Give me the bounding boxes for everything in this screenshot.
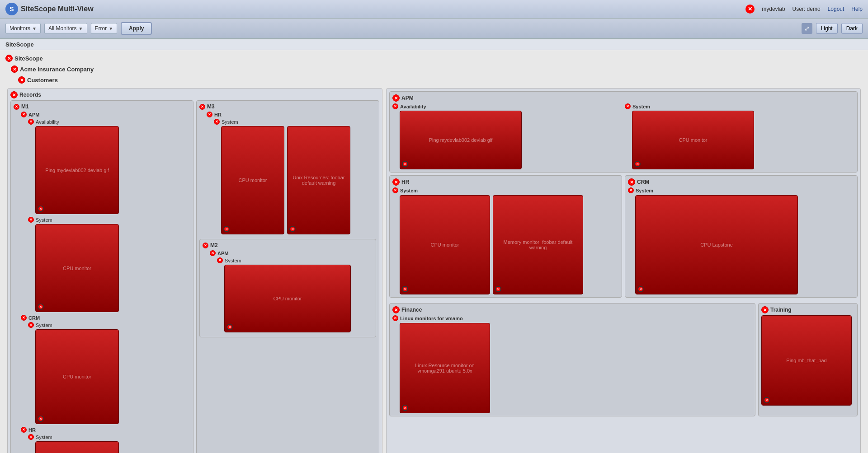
error-status-icon: ✕ (745, 5, 755, 14)
apm-availability-col: ✕ Availability Ping mydevlab002 devlab g… (392, 103, 622, 169)
m1-hr-label: HR (28, 427, 36, 433)
error-icon-r-hr: ✕ (392, 178, 400, 186)
monitors-dropdown[interactable]: Monitors ▼ (5, 23, 41, 34)
r-training-cards: Ping mb_that_pad ✕ (761, 315, 854, 406)
breadcrumb-title: SiteScope (5, 41, 34, 48)
logo-icon: S (5, 3, 18, 15)
close-icon-ping-r[interactable]: ✕ (402, 161, 408, 167)
card-unix-m3[interactable]: Unix Resources: foobar default warning ✕ (287, 126, 350, 234)
m1-crm-cards: CPU monitor ✕ (35, 329, 190, 424)
error-icon-records: ✕ (10, 91, 18, 98)
chevron-down-icon-2: ▼ (79, 26, 83, 31)
m1-section: ✕ M1 ✕ APM ✕ Availability (10, 100, 193, 453)
close-icon-ping-mb[interactable]: ✕ (764, 397, 770, 403)
help-link[interactable]: Help (851, 6, 863, 12)
acme-tree-item[interactable]: ✕ Acme Insurance Company (4, 65, 864, 74)
error-icon-m2-sys: ✕ (217, 257, 223, 263)
close-icon-cpu-r-hr[interactable]: ✕ (402, 286, 408, 292)
close-icon-cpu-m1[interactable]: ✕ (38, 304, 44, 310)
card-cpu-m3-hr[interactable]: CPU monitor ✕ (221, 126, 284, 234)
r-apm-sys-title: ✕ System (625, 103, 854, 109)
light-theme-button[interactable]: Light (816, 23, 838, 34)
records-section-title: ✕ Records (10, 91, 379, 98)
card-linux-resource[interactable]: Linux Resource monitor on vmomga291 ubun… (400, 323, 490, 413)
apm-sub-row: ✕ Availability Ping mydevlab002 devlab g… (392, 103, 854, 169)
close-icon-cpu-m3-hr[interactable]: ✕ (223, 226, 230, 232)
apm-system-col: ✕ System CPU monitor ✕ (625, 103, 854, 169)
card-label-memory-r-hr: Memory monitor: foobar default warning (497, 239, 579, 250)
close-icon-cpu-lapstone[interactable]: ✕ (637, 286, 644, 292)
card-label-cpu-m1-crm: CPU monitor (63, 374, 91, 379)
m2-apm-label: APM (217, 251, 228, 256)
right-apm-section: ✕ APM ✕ Availability Ping mydevlab002 de… (389, 91, 858, 173)
close-icon-cpu-m1-crm[interactable]: ✕ (38, 416, 44, 422)
close-icon-linux-resource[interactable]: ✕ (402, 405, 408, 411)
r-apm-avail-title: ✕ Availability (392, 103, 622, 109)
m1-crm-title: ✕ CRM (21, 315, 190, 321)
right-hr-section: ✕ HR ✕ System CPU monitor ✕ Memory moni (389, 175, 622, 298)
r-apm-sys-label: System (632, 104, 650, 109)
toolbar: Monitors ▼ All Monitors ▼ Error ▼ Apply … (0, 19, 868, 39)
card-memory-r-hr[interactable]: Memory monitor: foobar default warning ✕ (493, 195, 583, 294)
m1-crm-system: ✕ System (28, 322, 190, 328)
monitors-dropdown-label: Monitors (9, 25, 30, 32)
m2-apm-section: ✕ APM ✕ System CPU monitor ✕ (210, 250, 373, 332)
logout-link[interactable]: Logout (828, 6, 844, 12)
acme-label: Acme Insurance Company (20, 66, 94, 73)
card-ping-r[interactable]: Ping mydevlab002 devlab gif ✕ (400, 111, 522, 169)
r-hr-sys-title: ✕ System (392, 187, 619, 193)
card-cpu-m1-apm[interactable]: CPU monitor ✕ (35, 224, 119, 312)
chevron-down-icon: ▼ (32, 26, 37, 31)
top-bar: S SiteScope Multi-View ✕ mydevlab User: … (0, 0, 868, 19)
error-icon-m1: ✕ (14, 104, 19, 110)
error-icon-m1-crm-sys: ✕ (28, 322, 34, 328)
m1-hr-sys-label: System (36, 434, 52, 440)
m3-hr-title: ✕ HR (207, 112, 376, 117)
card-label-cpu-lapstone: CPU Lapstone (700, 242, 733, 248)
error-icon-m1-hr: ✕ (21, 427, 27, 433)
close-icon-ping[interactable]: ✕ (38, 205, 44, 212)
error-icon-m1-sys: ✕ (28, 217, 34, 223)
error-icon-m1-crm: ✕ (21, 315, 27, 321)
card-ping-mb[interactable]: Ping mb_that_pad ✕ (761, 315, 852, 406)
apply-button[interactable]: Apply (121, 22, 152, 35)
card-cpu-r-hr[interactable]: CPU monitor ✕ (400, 195, 490, 294)
error-icon-r-avail: ✕ (392, 103, 398, 109)
card-cpu-lapstone[interactable]: CPU Lapstone ✕ (635, 195, 798, 294)
customers-tree-item[interactable]: ✕ Customers (4, 75, 864, 84)
error-icon-r-crm: ✕ (628, 178, 635, 186)
m1-hr-system: ✕ System (28, 434, 190, 440)
all-monitors-label: All Monitors (48, 25, 77, 32)
card-cpu-r-apm[interactable]: CPU monitor ✕ (632, 111, 754, 169)
close-icon-unix-m3[interactable]: ✕ (289, 226, 296, 232)
card-cpu-m2[interactable]: CPU monitor ✕ (224, 265, 351, 332)
right-finance-section: ✕ Finance ✕ Linux monitors for vmamo Lin… (389, 303, 755, 416)
close-icon-memory-r-hr[interactable]: ✕ (495, 286, 501, 292)
error-icon-r-hr-sys: ✕ (392, 187, 398, 193)
card-cpu-m1-crm[interactable]: CPU monitor ✕ (35, 329, 119, 424)
expand-icon[interactable]: ⤢ (802, 23, 812, 34)
sitescope-tree-item[interactable]: ✕ SiteScope (4, 54, 864, 63)
dark-theme-button[interactable]: Dark (841, 23, 863, 34)
error-dropdown[interactable]: Error ▼ (91, 23, 118, 34)
chevron-down-icon-3: ▼ (108, 26, 113, 31)
right-training-title: ✕ Training (761, 306, 854, 313)
r-hr-cards: CPU monitor ✕ Memory monitor: foobar def… (400, 195, 619, 294)
m1-label: M1 (21, 103, 29, 110)
right-finance-title: ✕ Finance (392, 306, 752, 313)
m1-apm-title: ✕ APM (21, 112, 190, 117)
close-icon-cpu-r-apm[interactable]: ✕ (634, 161, 641, 167)
all-monitors-dropdown[interactable]: All Monitors ▼ (44, 23, 87, 34)
error-icon-acme: ✕ (11, 65, 18, 73)
card-ping-mydevlab[interactable]: Ping mydevlab002 devlab gif ✕ (35, 126, 119, 214)
error-icon-m2: ✕ (203, 243, 208, 248)
top-right-controls: ✕ mydevlab User: demo Logout Help (745, 5, 863, 14)
close-icon-cpu-m2[interactable]: ✕ (226, 324, 233, 330)
m3-hr-section: ✕ HR ✕ System CPU monitor ✕ (207, 112, 376, 234)
card-cpu-m1-hr[interactable]: CPU monitor ✕ (35, 441, 119, 453)
m1-crm-section: ✕ CRM ✕ System CPU monitor ✕ (21, 315, 190, 424)
r-crm-label: CRM (637, 179, 649, 185)
right-crm-section: ✕ CRM ✕ System CPU Lapstone ✕ (625, 175, 858, 298)
view-controls: ⤢ Light Dark (802, 23, 863, 34)
error-icon-r-crm-sys: ✕ (628, 187, 634, 193)
